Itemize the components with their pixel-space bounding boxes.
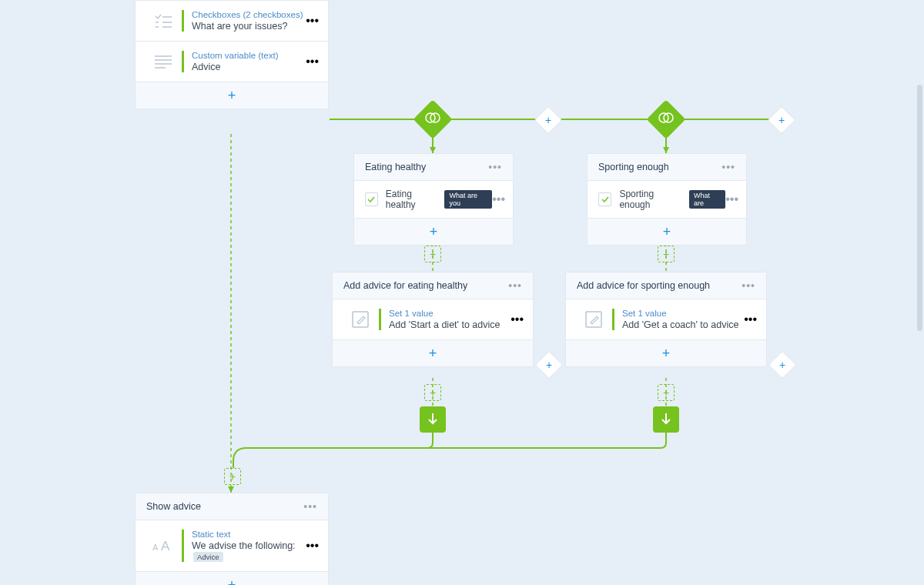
insert-step-button[interactable]: + [658, 246, 675, 262]
insert-step-button[interactable]: + [224, 468, 241, 485]
menu-icon[interactable]: ••• [303, 503, 317, 510]
continue-node[interactable] [420, 406, 446, 433]
item-label: Add 'Start a diet' to advice [389, 319, 511, 330]
condition-row[interactable]: Eating healthy What are you ••• [354, 180, 513, 218]
svg-marker-4 [663, 147, 669, 153]
item-type: Set 1 value [389, 309, 511, 318]
svg-marker-2 [430, 147, 436, 153]
checkbox-icon [598, 192, 611, 206]
menu-icon[interactable]: ••• [742, 282, 755, 289]
item-type: Checkboxes (2 checkboxes) [192, 10, 306, 19]
item-label: What are your issues? [192, 21, 306, 32]
add-item-button[interactable]: + [136, 82, 328, 109]
item-label: Advice [192, 62, 306, 72]
menu-icon[interactable]: ••• [511, 313, 524, 326]
svg-marker-10 [228, 486, 234, 493]
flow-canvas[interactable]: Checkboxes (2 checkboxes) What are your … [0, 0, 924, 585]
card-title: Sporting enough [598, 162, 669, 172]
condition-card[interactable]: Sporting enough••• Sporting enough What … [587, 153, 747, 246]
final-card[interactable]: Show advice••• AA Static text We advise … [135, 493, 329, 585]
edit-icon [575, 310, 612, 329]
card-item[interactable]: Custom variable (text) Advice ••• [136, 41, 328, 82]
card-title: Eating healthy [365, 162, 426, 172]
svg-text:A: A [161, 539, 170, 553]
insert-step-button[interactable]: + [424, 384, 441, 401]
condition-row[interactable]: Sporting enough What are ••• [588, 180, 746, 218]
item-type: Custom variable (text) [192, 51, 306, 60]
menu-icon[interactable]: ••• [488, 164, 502, 170]
card-item[interactable]: Set 1 value Add 'Start a diet' to advice… [333, 299, 533, 339]
card-title: Add advice for eating healthy [343, 280, 467, 291]
add-item-button[interactable]: + [588, 218, 746, 245]
menu-icon[interactable]: ••• [306, 539, 319, 553]
menu-icon[interactable]: ••• [721, 164, 735, 170]
menu-icon[interactable]: ••• [725, 192, 738, 206]
edit-icon [342, 310, 379, 329]
action-card[interactable]: Add advice for sporting enough••• Set 1 … [565, 272, 767, 367]
action-card[interactable]: Add advice for eating healthy••• Set 1 v… [332, 272, 534, 367]
item-type: Static text [192, 530, 306, 539]
continue-node[interactable] [653, 406, 679, 433]
insert-step-button[interactable]: + [658, 384, 675, 401]
add-item-button[interactable]: + [354, 218, 513, 245]
menu-icon[interactable]: ••• [508, 282, 522, 289]
start-card[interactable]: Checkboxes (2 checkboxes) What are your … [135, 0, 329, 109]
menu-icon[interactable]: ••• [492, 192, 505, 206]
checkbox-icon [365, 192, 378, 206]
variable-tag: Advice [193, 552, 223, 562]
card-item[interactable]: Checkboxes (2 checkboxes) What are your … [136, 1, 328, 41]
checkboxes-icon [145, 13, 182, 28]
condition-label: Sporting enough [619, 189, 685, 210]
text-lines-icon [145, 55, 182, 69]
condition-label: Eating healthy [386, 189, 440, 210]
svg-text:A: A [152, 543, 159, 552]
menu-icon[interactable]: ••• [306, 14, 319, 28]
item-label: We advise the following:Advice [192, 540, 306, 562]
variable-tag: What are [689, 190, 725, 209]
add-item-button[interactable]: + [566, 339, 766, 366]
text-size-icon: AA [145, 538, 182, 553]
item-type: Set 1 value [622, 309, 744, 318]
card-title: Show advice [146, 501, 201, 512]
item-label: Add 'Get a coach' to advice [622, 319, 744, 330]
menu-icon[interactable]: ••• [744, 313, 757, 326]
card-title: Add advice for sporting enough [577, 280, 710, 291]
insert-step-button[interactable]: + [424, 246, 441, 262]
scrollbar-thumb[interactable] [917, 85, 922, 331]
card-item[interactable]: Set 1 value Add 'Get a coach' to advice … [566, 299, 766, 339]
card-item[interactable]: AA Static text We advise the following:A… [136, 520, 328, 571]
condition-card[interactable]: Eating healthy••• Eating healthy What ar… [353, 153, 514, 246]
add-item-button[interactable]: + [136, 571, 328, 585]
add-item-button[interactable]: + [333, 339, 533, 366]
menu-icon[interactable]: ••• [306, 55, 319, 69]
variable-tag: What are you [444, 190, 492, 209]
